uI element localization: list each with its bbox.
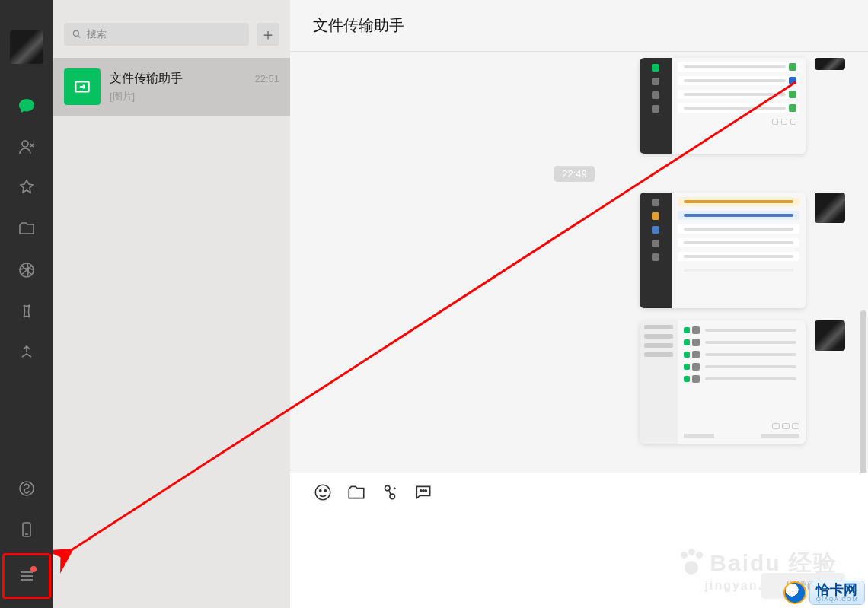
- scrollbar[interactable]: [860, 310, 866, 473]
- chat-panel: 文件传输助手 22:49: [290, 0, 868, 608]
- nav-rail: [0, 0, 53, 608]
- screenshot-icon[interactable]: [380, 482, 400, 502]
- chat-input-area[interactable]: Baidu 经验 jingyan.baidu.com 发送(S): [290, 473, 868, 608]
- search-icon: [72, 29, 82, 40]
- files-icon[interactable]: [15, 218, 38, 240]
- chat-header: 文件传输助手: [290, 0, 868, 52]
- phone-icon[interactable]: [15, 518, 38, 541]
- folder-arrow-icon: [72, 77, 92, 97]
- topstories-icon[interactable]: [15, 341, 38, 364]
- settings-button-highlighted[interactable]: [2, 553, 51, 599]
- message-image[interactable]: [640, 193, 806, 308]
- sender-avatar[interactable]: [815, 58, 845, 70]
- favorites-icon[interactable]: [15, 177, 38, 199]
- notification-dot: [30, 566, 37, 572]
- message-image[interactable]: [640, 320, 806, 444]
- chat-messages[interactable]: 22:49: [290, 52, 868, 473]
- conversation-time: 22:51: [254, 73, 279, 84]
- message-image[interactable]: [640, 58, 806, 154]
- svg-point-0: [22, 141, 28, 147]
- add-button[interactable]: ＋: [257, 23, 279, 46]
- svg-point-23: [425, 490, 426, 492]
- svg-point-21: [420, 490, 422, 492]
- conversation-avatar: [64, 68, 101, 105]
- send-button[interactable]: 发送(S): [761, 573, 845, 599]
- conversation-item[interactable]: 文件传输助手 22:51 [图片]: [53, 58, 290, 116]
- svg-line-20: [389, 490, 391, 495]
- emoji-icon[interactable]: [313, 482, 333, 502]
- search-placeholder: 搜索: [87, 27, 107, 41]
- svg-point-15: [315, 485, 330, 500]
- conversation-list-panel: 搜索 ＋ 文件传输助手 22:51 [图片]: [53, 0, 290, 608]
- user-avatar[interactable]: [10, 30, 43, 64]
- contacts-icon[interactable]: [15, 135, 38, 158]
- sender-avatar[interactable]: [815, 320, 845, 351]
- svg-point-16: [320, 490, 321, 492]
- miniprogram-icon[interactable]: [15, 477, 38, 500]
- svg-point-22: [423, 490, 424, 492]
- chat-icon[interactable]: [15, 94, 38, 117]
- chat-title: 文件传输助手: [313, 15, 404, 36]
- conversation-name: 文件传输助手: [110, 71, 183, 87]
- conversation-preview: [图片]: [110, 90, 279, 103]
- svg-point-17: [324, 490, 326, 492]
- file-icon[interactable]: [346, 482, 366, 502]
- message-timestamp: 22:49: [554, 166, 595, 182]
- svg-point-8: [73, 30, 78, 36]
- chat-history-icon[interactable]: [413, 482, 433, 502]
- channels-icon[interactable]: [15, 300, 38, 323]
- moments-icon[interactable]: [15, 259, 38, 282]
- search-input[interactable]: 搜索: [64, 23, 249, 46]
- svg-line-9: [78, 36, 81, 38]
- sender-avatar[interactable]: [815, 193, 845, 223]
